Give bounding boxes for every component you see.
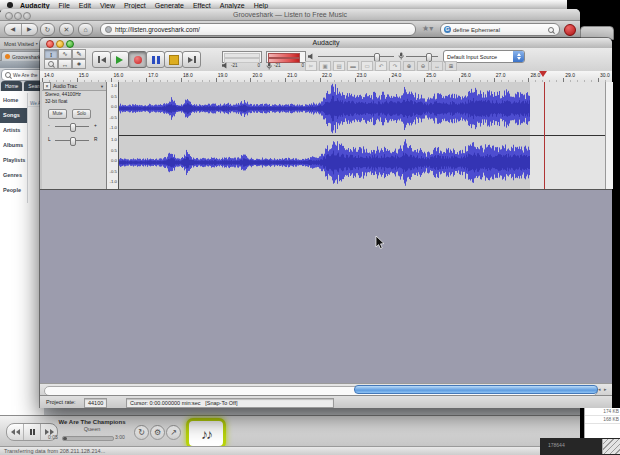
vertical-scrollbar[interactable] — [605, 82, 613, 189]
slider-thumb[interactable] — [70, 123, 76, 132]
sidebar-item-playlists[interactable]: Playlists — [0, 153, 27, 168]
sidebar-item-home[interactable]: Home — [0, 93, 27, 108]
trim-icon[interactable]: ▬ — [347, 61, 359, 71]
vscale-label: 0.0 — [111, 158, 117, 163]
zoom-tool[interactable] — [44, 59, 58, 69]
selection-tool[interactable]: I — [44, 49, 58, 59]
menu-edit[interactable]: Edit — [79, 2, 91, 9]
menu-generate[interactable]: Generate — [155, 2, 184, 9]
forward-button[interactable]: ▶ — [22, 24, 38, 35]
tab-home[interactable]: Home — [1, 81, 22, 91]
zoom-in-icon[interactable]: ⊕ — [403, 61, 415, 71]
resize-grip[interactable] — [602, 439, 620, 454]
silence-icon[interactable]: ▭ — [361, 61, 373, 71]
sidebar-item-artists[interactable]: Artists — [0, 123, 27, 138]
music-note-button[interactable]: ♪♪ — [186, 418, 226, 449]
menu-effect[interactable]: Effect — [193, 2, 211, 9]
pause-button[interactable] — [23, 424, 40, 440]
stop-button[interactable]: ✕ — [59, 23, 74, 36]
mute-button[interactable]: Mute — [48, 109, 67, 119]
sidebar-item-songs[interactable]: Songs — [0, 108, 27, 123]
menu-analyze[interactable]: Analyze — [220, 2, 245, 9]
status-text: Transferring data from 208.211.128.214..… — [4, 448, 105, 454]
copy-icon[interactable]: ▣ — [319, 61, 331, 71]
track-menu-arrow-icon[interactable]: ▼ — [100, 84, 104, 89]
sidebar-item-albums[interactable]: Albums — [0, 138, 27, 153]
bookmark-star-icon[interactable]: ★▾ — [422, 24, 433, 33]
fit-project-icon[interactable]: ⊞ — [445, 61, 457, 71]
vscale-label: -0.5 — [110, 169, 117, 174]
previous-track-button[interactable] — [7, 424, 23, 440]
ruler-label: 22.0 — [322, 72, 332, 78]
input-volume-slider[interactable] — [406, 56, 438, 57]
ruler-label: 20.0 — [253, 72, 263, 78]
output-volume-slider[interactable] — [318, 56, 394, 57]
dropdown-arrows-icon — [513, 51, 524, 62]
redo-icon[interactable]: ↷ — [389, 61, 401, 71]
apple-menu-icon[interactable] — [7, 2, 13, 8]
menu-project[interactable]: Project — [124, 2, 146, 9]
scrollbar-arrows-icon[interactable]: ◂ ▸ — [598, 386, 607, 392]
track-bitdepth: 32-bit float — [45, 99, 67, 104]
vscale-label: 1.0 — [111, 137, 117, 142]
slider-thumb[interactable] — [70, 137, 76, 146]
speaker-icon — [308, 53, 315, 60]
player-bar: We Are The Champions Queen 0:05 3:00 ↻ ⚙… — [0, 415, 580, 446]
timeshift-tool[interactable]: ↔ — [58, 59, 72, 69]
adblock-icon[interactable] — [564, 24, 576, 36]
search-icon — [5, 72, 11, 78]
nav-buttons: ◀ ▶ — [4, 23, 38, 36]
close-track-icon[interactable]: × — [43, 82, 51, 90]
loop-icon[interactable]: ↻ — [134, 425, 149, 440]
menu-audacity[interactable]: Audacity — [20, 2, 50, 9]
home-button[interactable]: ⌂ — [78, 23, 93, 36]
gain-slider[interactable] — [55, 126, 89, 127]
solo-button[interactable]: Solo — [72, 109, 91, 119]
record-button[interactable] — [128, 51, 147, 68]
pan-slider[interactable] — [55, 140, 89, 141]
sidebar-item-genres[interactable]: Genres — [0, 168, 27, 183]
progress-bar[interactable] — [62, 436, 114, 441]
project-rate-value[interactable]: 44100 — [84, 398, 107, 408]
now-playing-artist: Queen — [44, 426, 140, 432]
back-button[interactable]: ◀ — [5, 24, 22, 35]
fit-selection-icon[interactable]: ↔ — [431, 61, 443, 71]
url-field[interactable]: http://listen.grooveshark.com/ — [100, 23, 416, 36]
waveform[interactable] — [119, 82, 605, 189]
ruler-label: 26.0 — [461, 72, 471, 78]
reload-button[interactable]: ↻ — [40, 23, 55, 36]
ruler-label: 23.0 — [357, 72, 367, 78]
skip-start-button[interactable] — [92, 51, 111, 68]
menu-view[interactable]: View — [100, 2, 115, 9]
cut-icon[interactable]: ✂ — [305, 61, 317, 71]
menu-file[interactable]: File — [59, 2, 70, 9]
most-visited-bookmark[interactable]: Most Visited — [4, 41, 34, 47]
pan-left-label: L — [48, 137, 51, 142]
gear-icon[interactable]: ⚙ — [150, 425, 165, 440]
share-icon[interactable]: ↗ — [166, 425, 181, 440]
project-rate-label: Project rate: — [46, 399, 76, 405]
skip-end-button[interactable] — [182, 51, 201, 68]
song-row[interactable]: We A — [28, 98, 41, 107]
multi-tool[interactable]: ∗ — [72, 59, 86, 69]
scrollbar-thumb[interactable] — [354, 385, 598, 394]
microphone-icon — [398, 52, 404, 60]
envelope-tool[interactable]: ∿ — [58, 49, 72, 59]
paste-icon[interactable]: ▤ — [333, 61, 345, 71]
stop-transport-button[interactable] — [164, 51, 183, 68]
sidebar-item-people[interactable]: People — [0, 183, 27, 198]
pause-transport-button[interactable] — [146, 51, 165, 68]
ruler-label: 25.0 — [426, 72, 436, 78]
tab-favicon — [5, 54, 10, 59]
draw-tool[interactable]: ✎ — [72, 49, 86, 59]
microphone-icon — [266, 62, 272, 70]
zoom-out-icon[interactable]: ⊖ — [417, 61, 429, 71]
downloads-window-fragment: 174 KB168 KB — [584, 408, 620, 438]
grooveshark-search-field[interactable]: We Are the — [1, 69, 45, 81]
track-header[interactable]: × Audio Trac ▼ — [42, 82, 106, 91]
play-button[interactable] — [110, 51, 129, 68]
web-search-field[interactable]: G define Ephemeral — [440, 23, 560, 36]
menu-help[interactable]: Help — [254, 2, 268, 9]
ruler-label: 21.0 — [287, 72, 297, 78]
undo-icon[interactable]: ↶ — [375, 61, 387, 71]
